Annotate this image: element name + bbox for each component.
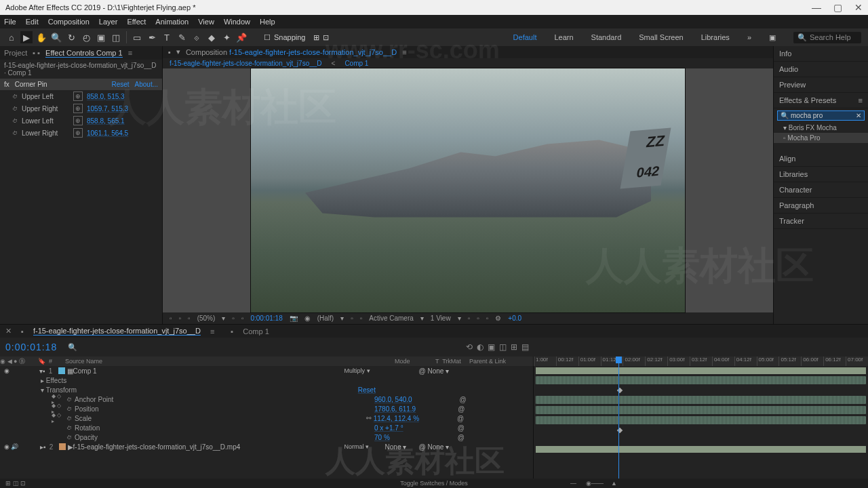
panel-menu-icon[interactable]: ≡ — [859, 96, 863, 104]
snap-opt2-icon[interactable]: ⊡ — [323, 33, 329, 42]
workspace-overflow-icon[interactable]: » — [747, 33, 751, 41]
minimize-icon[interactable]: — — [812, 2, 821, 13]
cp-val-lr[interactable]: 1061.1, 564.5 — [87, 129, 128, 137]
menu-animation[interactable]: Animation — [155, 18, 189, 26]
workspace-small[interactable]: Small Screen — [639, 33, 683, 41]
stopwatch-icon[interactable]: ⏱ — [65, 405, 73, 413]
tab-project[interactable]: Project — [4, 49, 27, 57]
tab-menu-icon[interactable]: ≡ — [128, 49, 132, 57]
timeline-search-icon[interactable]: 🔍 — [68, 343, 77, 352]
menu-help[interactable]: Help — [260, 18, 275, 26]
stopwatch-icon[interactable]: ⏱ — [65, 415, 73, 422]
viewer-views[interactable]: 1 View — [431, 314, 451, 322]
menu-view[interactable]: View — [198, 18, 214, 26]
eraser-tool-icon[interactable]: ◆ — [205, 31, 218, 43]
crosshair-icon[interactable]: ⊕ — [73, 128, 83, 138]
timeline-tab-1-menu-icon[interactable]: ≡ — [210, 327, 214, 336]
audio-icon[interactable]: 🔊 — [11, 443, 18, 450]
maximize-icon[interactable]: ▢ — [833, 2, 842, 13]
panel-character[interactable]: Character — [774, 182, 868, 198]
prop-transform[interactable]: ▾ TransformReset — [0, 385, 533, 394]
viewer-pixel-icon[interactable]: ▫ — [468, 314, 471, 322]
viewer-lock-icon[interactable]: ▪ — [168, 48, 171, 56]
prop-position[interactable]: Position — [75, 405, 199, 413]
menu-file[interactable]: File — [4, 18, 16, 26]
puppet-tool-icon[interactable]: 📌 — [235, 31, 248, 43]
viewer-toggle-icon[interactable]: ▫ — [232, 314, 235, 322]
layer-row-2[interactable]: ◉ 🔊 ▸ ▪ 2 ▶ f-15-eagle-fighter-jets-clos… — [0, 442, 533, 451]
workspace-libraries[interactable]: Libraries — [701, 33, 730, 41]
viewer-view-caret-icon[interactable]: ▾ — [458, 314, 461, 322]
selection-tool-icon[interactable]: ▶ — [20, 31, 33, 43]
toggle-switches-button[interactable]: Toggle Switches / Modes — [400, 480, 468, 487]
layer-row-1[interactable]: ◉ ▾ ▪ 1 ▦ Comp 1 Multiply ▾ @ None ▾ — [0, 366, 533, 375]
pickwhip-icon[interactable]: @ — [460, 396, 467, 403]
tl-icon-6[interactable]: ▤ — [521, 342, 529, 352]
effects-search-input[interactable]: 🔍 mocha pro✕ — [777, 110, 865, 121]
menu-effect[interactable]: Effect — [127, 18, 146, 26]
col-parent[interactable]: Parent & Link — [469, 358, 524, 365]
snap-opt-icon[interactable]: ⊞ — [313, 33, 319, 42]
viewer-canvas[interactable]: www.rr-sc.com ZZ 人人素材社区 人人素材社区 — [163, 68, 773, 312]
brush-tool-icon[interactable]: ✎ — [176, 31, 188, 43]
stopwatch-icon[interactable]: ⏱ — [65, 434, 73, 441]
viewer-resolution[interactable]: (Half) — [317, 314, 334, 322]
orbit-tool-icon[interactable]: ↻ — [65, 31, 77, 43]
cp-val-ul[interactable]: 858.0, 515.3 — [87, 93, 125, 100]
pickwhip-icon[interactable]: @ — [458, 434, 465, 441]
panel-effects-presets[interactable]: Effects & Presets — [779, 96, 836, 104]
home-icon[interactable]: ⌂ — [5, 31, 18, 43]
panel-libraries[interactable]: Libraries — [774, 167, 868, 182]
prop-effects[interactable]: ▸ Effects — [0, 375, 533, 385]
workspace-default[interactable]: Default — [513, 33, 537, 41]
pickwhip-icon[interactable]: @ — [458, 424, 465, 432]
zoom-in-icon[interactable]: ▲ — [611, 480, 617, 487]
viewer-transparency-icon[interactable]: ▫ — [360, 314, 363, 322]
close-icon[interactable]: ✕ — [854, 2, 863, 13]
panel-align[interactable]: Align — [774, 151, 868, 167]
layer-bar-2[interactable] — [534, 445, 868, 454]
time-ruler[interactable]: 1:00f00:12f01:00f01:12f02:00f02:12f03:00… — [534, 357, 868, 366]
col-trkmat[interactable]: T TrkMat — [435, 358, 469, 365]
visibility-icon[interactable]: ◉ — [4, 443, 11, 450]
cp-val-ll[interactable]: 858.8, 565.1 — [87, 117, 125, 125]
viewer-gear-icon[interactable]: ⚙ — [495, 314, 501, 322]
panel-paragraph[interactable]: Paragraph — [774, 198, 868, 214]
panbehind-tool-icon[interactable]: ◫ — [110, 31, 122, 43]
pickwhip-icon[interactable]: @ — [458, 405, 465, 413]
panel-audio[interactable]: Audio — [774, 62, 868, 77]
tl-icon-2[interactable]: ◐ — [477, 342, 484, 352]
layer-name-2[interactable]: f-15-eagle-fighter-jets-close-formation_… — [73, 443, 344, 451]
workspace-reset-icon[interactable]: ▣ — [769, 33, 776, 42]
viewer-snapshot-icon[interactable]: 📷 — [290, 314, 298, 322]
panel-preview[interactable]: Preview — [774, 77, 868, 93]
layer-bar-1[interactable] — [534, 366, 868, 375]
viewer-3d-icon[interactable]: ▫ — [486, 314, 489, 322]
viewer-mask-icon[interactable]: ▫ — [241, 314, 244, 322]
fx-about-button[interactable]: About... — [135, 81, 158, 88]
zoom-tool-icon[interactable]: 🔍 — [50, 31, 62, 43]
stopwatch-icon[interactable]: ⏱ — [65, 396, 73, 403]
breadcrumb-2[interactable]: Comp 1 — [344, 60, 368, 67]
val-opacity[interactable]: 70 % — [374, 434, 390, 441]
workspace-learn[interactable]: Learn — [554, 33, 573, 41]
viewer-tab-label[interactable]: Composition f-15-eagle-fighter-jets-clos… — [186, 48, 397, 56]
layer-color-icon[interactable] — [58, 367, 65, 374]
menu-window[interactable]: Window — [224, 18, 250, 26]
viewer-caret-icon[interactable]: ▾ — [176, 47, 180, 56]
pen-tool-icon[interactable]: ✒ — [146, 31, 158, 43]
viewer-res-caret-icon[interactable]: ▾ — [340, 314, 344, 322]
twirl-icon[interactable]: ▸ — [41, 377, 44, 384]
breadcrumb-1[interactable]: f-15-eagle-fighter-jets-close-formation_… — [170, 60, 322, 67]
col-source[interactable]: Source Name — [65, 358, 395, 365]
viewer-roi-icon[interactable]: ▫ — [351, 314, 353, 322]
prop-anchor[interactable]: Anchor Point — [75, 396, 199, 403]
layer-mode-2[interactable]: Normal ▾ — [344, 443, 385, 450]
viewer-magnify-icon[interactable]: ▫ — [170, 314, 172, 322]
transform-reset[interactable]: Reset — [358, 386, 376, 394]
menu-edit[interactable]: Edit — [26, 18, 39, 26]
viewer-channel-icon[interactable]: ◉ — [304, 314, 311, 322]
crosshair-icon[interactable]: ⊕ — [73, 104, 83, 113]
viewer-exposure[interactable]: +0.0 — [508, 314, 521, 322]
layer-name[interactable]: Comp 1 — [73, 367, 243, 375]
